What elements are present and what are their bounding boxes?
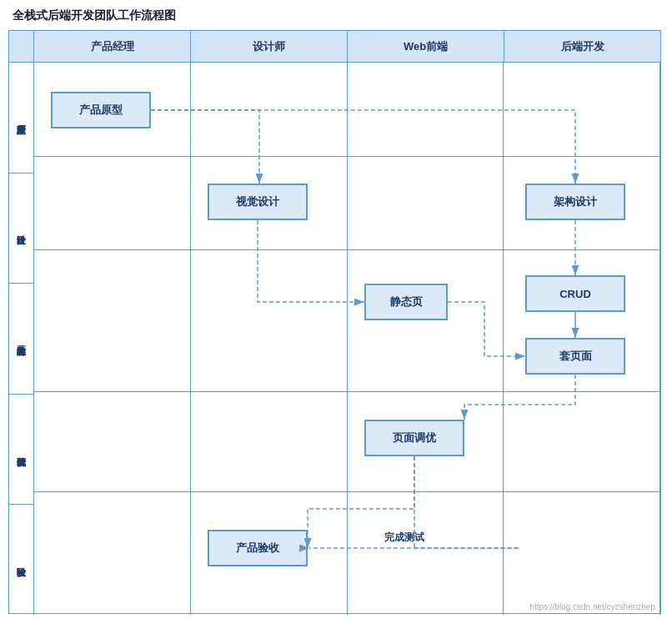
col-header-3: 后端开发 bbox=[504, 31, 660, 62]
row-label-3: 调优阶段 bbox=[9, 395, 33, 506]
box-shijue-sheji: 视觉设计 bbox=[208, 184, 308, 220]
box-jingtatye: 静态页 bbox=[364, 284, 448, 320]
row-labels: 原型阶段 设计阶段 各角色开发阶段 调优阶段 验收阶段 bbox=[9, 63, 34, 615]
page-container: 全栈式后端开发团队工作流程图 产品经理 设计师 Web前端 后端开发 原型阶段 … bbox=[0, 0, 672, 619]
row-label-0: 原型阶段 bbox=[9, 63, 33, 174]
box-chanpin-yanshou: 产品验收 bbox=[208, 530, 308, 566]
box-taoyemian: 套页面 bbox=[525, 338, 625, 375]
box-jiagou-sheji: 架构设计 bbox=[525, 184, 625, 220]
watermark: https://blog.csdn.net/cyzshenzhep bbox=[529, 602, 655, 611]
row-label-1: 设计阶段 bbox=[9, 174, 33, 284]
col-2 bbox=[348, 63, 504, 615]
page-title: 全栈式后端开发团队工作流程图 bbox=[8, 8, 664, 23]
col-0 bbox=[34, 63, 191, 615]
box-chanpin-yuanxing: 产品原型 bbox=[51, 92, 151, 128]
col-header-2: Web前端 bbox=[348, 31, 504, 62]
box-yemian-diaoyou: 页面调优 bbox=[364, 420, 464, 456]
box-crud: CRUD bbox=[525, 275, 625, 312]
row-label-2: 各角色开发阶段 bbox=[9, 284, 33, 395]
row-label-4: 验收阶段 bbox=[9, 505, 33, 615]
col-header-0: 产品经理 bbox=[34, 31, 191, 62]
diagram-wrapper: 产品经理 设计师 Web前端 后端开发 原型阶段 设计阶段 各角色开发阶段 调优… bbox=[8, 30, 661, 614]
main-area: 原型阶段 设计阶段 各角色开发阶段 调优阶段 验收阶段 bbox=[9, 63, 660, 615]
col-header-1: 设计师 bbox=[191, 31, 348, 62]
columns-area: 产品原型 视觉设计 架构设计 静态页 CRUD bbox=[34, 63, 660, 615]
header-row: 产品经理 设计师 Web前端 后端开发 bbox=[9, 31, 660, 63]
header-spacer bbox=[9, 31, 34, 62]
